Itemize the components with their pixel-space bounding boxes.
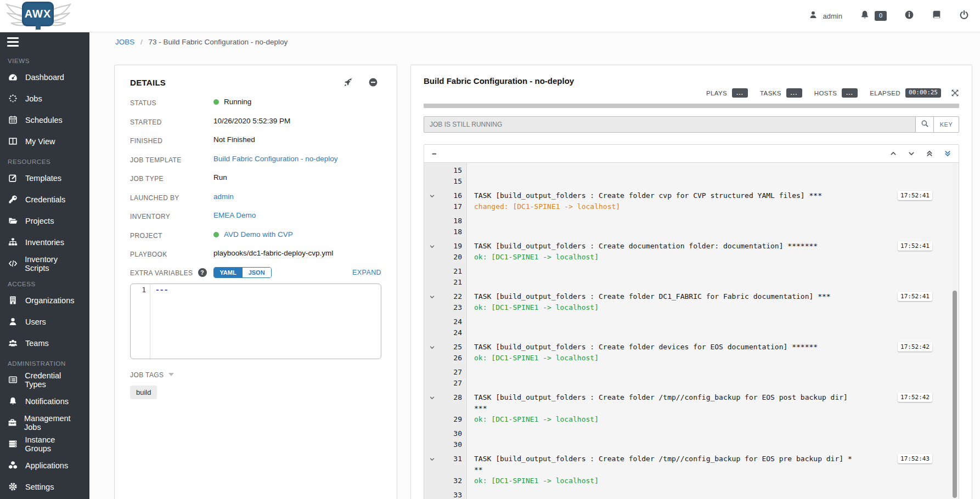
sidebar-item-credentials[interactable]: Credentials xyxy=(0,189,89,210)
notifications-button[interactable]: 0 xyxy=(860,10,887,22)
detail-row: PLAYBOOKplaybooks/dc1-fabric-deploy-cvp.… xyxy=(130,248,381,260)
log-gutter xyxy=(424,277,440,288)
sidebar-item-label: Dashboard xyxy=(25,73,64,82)
log-line-text xyxy=(467,428,959,439)
sidebar-item-management-jobs[interactable]: Management Jobs xyxy=(0,412,89,433)
sidebar-item-inventories[interactable]: Inventories xyxy=(0,231,89,253)
sidebar-item-teams[interactable]: Teams xyxy=(0,332,89,354)
expand-variables-link[interactable]: EXPAND xyxy=(352,269,381,276)
log-expand-chevron-icon[interactable] xyxy=(424,392,440,414)
sidebar-item-settings[interactable]: Settings xyxy=(0,476,89,497)
log-gutter xyxy=(424,216,440,226)
gauge-icon xyxy=(8,72,18,82)
detail-label: JOB TYPE xyxy=(130,172,213,184)
status-text: Running xyxy=(224,98,251,106)
search-button[interactable] xyxy=(916,116,934,133)
expand-output-icon[interactable] xyxy=(951,89,959,97)
logout-button[interactable] xyxy=(959,10,969,22)
detail-label: INVENTORY xyxy=(130,210,213,222)
job-tags-row: JOB TAGS xyxy=(130,370,381,379)
yaml-toggle-button[interactable]: YAML xyxy=(214,268,243,277)
sidebar-item-applications[interactable]: Applications xyxy=(0,455,89,476)
chevron-up-icon[interactable] xyxy=(889,150,897,157)
sidebar-item-organizations[interactable]: Organizations xyxy=(0,290,89,311)
log-row: 27 xyxy=(424,367,959,378)
collapse-all-icon[interactable] xyxy=(431,150,438,157)
angle-double-up-icon[interactable] xyxy=(926,150,933,157)
sidebar-item-notifications[interactable]: Notifications xyxy=(0,390,89,412)
output-search-input[interactable] xyxy=(424,116,916,133)
sidebar-item-label: Teams xyxy=(25,339,49,348)
documentation-button[interactable] xyxy=(932,10,942,22)
menu-toggle-icon[interactable] xyxy=(0,32,89,47)
relaunch-rocket-icon[interactable] xyxy=(343,77,353,87)
log-expand-chevron-icon[interactable] xyxy=(424,453,440,475)
log-line-text: TASK [build_output_folders : Create fold… xyxy=(467,190,959,201)
awx-logo[interactable]: AWX xyxy=(5,0,72,32)
log-line-text: ok: [DC1-SPINE1 -> localhost] xyxy=(467,353,959,364)
sidebar-item-projects[interactable]: Projects xyxy=(0,210,89,231)
user-icon xyxy=(809,10,818,21)
calendar-icon xyxy=(8,115,18,124)
project-status-dot xyxy=(213,232,219,237)
detail-row: JOB TEMPLATEBuild Fabric Configuration -… xyxy=(130,154,381,166)
about-button[interactable] xyxy=(904,10,914,22)
sidebar-item-users[interactable]: Users xyxy=(0,311,89,332)
sidebar-item-templates[interactable]: Templates xyxy=(0,167,89,189)
log-row: 17changed: [DC1-SPINE1 -> localhost] xyxy=(424,201,959,212)
log-line-number: 19 xyxy=(440,241,467,252)
detail-link[interactable]: EMEA Demo xyxy=(213,211,256,219)
detail-link[interactable]: AVD Demo with CVP xyxy=(224,230,293,239)
log-row: 20ok: [DC1-SPINE1 -> localhost] xyxy=(424,252,959,263)
json-toggle-button[interactable]: JSON xyxy=(243,268,271,277)
detail-row: INVENTORYEMEA Demo xyxy=(130,210,381,222)
cancel-job-icon[interactable] xyxy=(368,77,378,87)
log-gutter xyxy=(424,367,440,378)
caret-down-icon[interactable] xyxy=(168,373,174,376)
log-expand-chevron-icon[interactable] xyxy=(424,291,440,302)
log-expand-chevron-icon[interactable] xyxy=(424,190,440,201)
sidebar-item-credential-types[interactable]: Credential Types xyxy=(0,369,89,390)
sidebar-item-jobs[interactable]: Jobs xyxy=(0,88,89,109)
log-line-number: 21 xyxy=(440,266,467,277)
detail-link[interactable]: admin xyxy=(213,192,234,201)
detail-value: 10/26/2020 5:52:39 PM xyxy=(213,117,290,125)
log-row: 29ok: [DC1-SPINE1 -> localhost] xyxy=(424,414,959,425)
log-line-number: 28 xyxy=(440,392,467,414)
breadcrumb-jobs-link[interactable]: JOBS xyxy=(115,38,134,46)
log-line-number: 16 xyxy=(440,190,467,201)
output-toolbar xyxy=(424,145,959,163)
job-stdout-log[interactable]: 151516TASK [build_output_folders : Creat… xyxy=(424,163,959,499)
log-expand-chevron-icon[interactable] xyxy=(424,241,440,252)
chevron-down-icon[interactable] xyxy=(908,150,915,157)
sidebar-item-instance-groups[interactable]: Instance Groups xyxy=(0,433,89,455)
sidebar-item-inventory-scripts[interactable]: Inventory Scripts xyxy=(0,253,89,274)
log-line-number: 31 xyxy=(440,453,467,475)
job-tags-label: JOB TAGS xyxy=(130,370,164,379)
output-box: 151516TASK [build_output_folders : Creat… xyxy=(424,144,959,499)
servers-icon xyxy=(8,439,18,449)
log-row: 15 xyxy=(424,165,959,176)
detail-label: PROJECT xyxy=(130,229,213,241)
stat-label: HOSTS xyxy=(814,90,837,97)
details-panel: DETAILS STATUSRunningSTARTED10/26/2020 5… xyxy=(114,65,397,499)
toolbox-icon xyxy=(8,418,17,427)
sidebar-item-dashboard[interactable]: Dashboard xyxy=(0,66,89,88)
extra-variables-editor[interactable]: 1 --- xyxy=(130,283,381,359)
log-expand-chevron-icon[interactable] xyxy=(424,342,440,353)
angle-double-down-icon[interactable] xyxy=(944,150,951,157)
sidebar-section-header: ACCESS xyxy=(0,274,89,290)
sidebar-item-label: Organizations xyxy=(25,296,74,305)
log-line-text: TASK [build_output_folders : Create fold… xyxy=(467,342,959,353)
breadcrumb: JOBS / 73 - Build Fabric Configuration -… xyxy=(115,38,288,46)
detail-link[interactable]: Build Fabric Configuration - no-deploy xyxy=(213,155,338,163)
help-icon[interactable]: ? xyxy=(198,268,207,277)
user-menu[interactable]: admin xyxy=(809,10,842,21)
detail-label: FINISHED xyxy=(130,134,213,146)
log-line-text: ok: [DC1-SPINE1 -> localhost] xyxy=(467,302,959,313)
stat-value-badge: ... xyxy=(842,88,858,98)
sidebar-item-my-view[interactable]: My View xyxy=(0,131,89,152)
search-key-button[interactable]: KEY xyxy=(934,116,959,133)
sidebar-item-schedules[interactable]: Schedules xyxy=(0,109,89,131)
output-scrollbar-thumb[interactable] xyxy=(953,291,957,498)
